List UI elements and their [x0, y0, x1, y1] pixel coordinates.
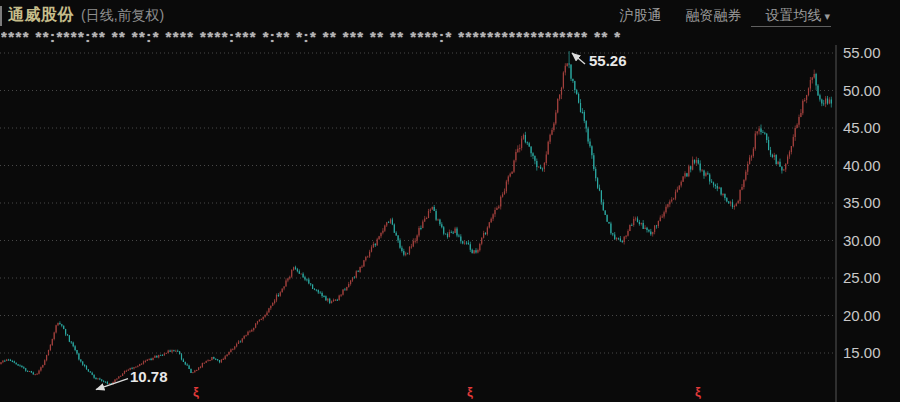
y-axis-label: 40.00: [843, 157, 897, 175]
ex-dividend-marker-icon[interactable]: ξ: [465, 385, 475, 399]
candlestick-chart[interactable]: [0, 0, 900, 402]
y-axis-label: 25.00: [843, 269, 897, 287]
y-axis-label: 50.00: [843, 82, 897, 100]
grid-lines: [0, 45, 836, 402]
stock-chart-app: 通威股份 (日线,前复权) 沪股通 融资融券 设置均线▾ **** **:***…: [0, 0, 900, 402]
y-axis-label: 15.00: [843, 344, 897, 362]
y-axis-label: 30.00: [843, 232, 897, 250]
ex-dividend-marker-icon[interactable]: ξ: [693, 385, 703, 399]
y-axis-label: 35.00: [843, 194, 897, 212]
high-price-annotation: 55.26: [589, 52, 627, 69]
y-axis-label: 55.00: [843, 44, 897, 62]
candles: [0, 51, 832, 385]
annotation-arrows: [96, 53, 585, 390]
ex-dividend-marker-icon[interactable]: ξ: [191, 385, 201, 399]
low-price-annotation: 10.78: [130, 368, 168, 385]
y-axis-label: 45.00: [843, 119, 897, 137]
y-axis-label: 20.00: [843, 307, 897, 325]
